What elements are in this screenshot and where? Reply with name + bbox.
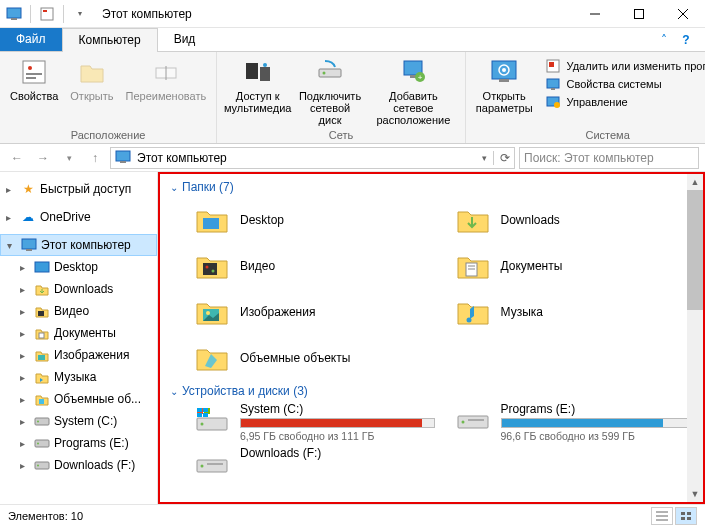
system-properties-button[interactable]: Свойства системы [545,76,705,92]
tree-item[interactable]: ▸Музыка [0,366,157,388]
map-drive-button[interactable]: Подключить сетевой диск [294,54,366,128]
media-access-button[interactable]: Доступ к мультимедиа [221,54,294,116]
maximize-button[interactable] [617,0,661,28]
tab-computer[interactable]: Компьютер [62,28,158,52]
manage-button[interactable]: Управление [545,94,705,110]
details-view-button[interactable] [651,507,673,525]
chevron-down-icon[interactable]: ▾ [7,240,17,251]
item-icon [34,391,50,407]
item-icon [34,369,50,385]
help-icon[interactable]: ? [675,33,697,47]
folder-name: Объемные объекты [240,351,350,365]
chevron-down-icon: ⌄ [170,182,178,193]
search-box[interactable]: Поиск: Этот компьютер [519,147,699,169]
svg-point-51 [212,270,215,273]
folder-item[interactable]: Desktop [194,198,435,242]
pc-icon [21,237,37,253]
address-bar-row: ← → ▾ ↑ Этот компьютер ▾ ⟳ Поиск: Этот к… [0,144,705,172]
chevron-right-icon[interactable]: ▸ [20,394,30,405]
drive-item[interactable]: System (C:)6,95 ГБ свободно из 111 ГБ [194,402,435,442]
tree-label: OneDrive [40,210,91,224]
address-bar[interactable]: Этот компьютер ▾ ⟳ [110,147,515,169]
chevron-right-icon[interactable]: ▸ [6,184,16,195]
chevron-right-icon[interactable]: ▸ [20,438,30,449]
svg-rect-17 [319,69,341,77]
drives-group-header[interactable]: ⌄ Устройства и диски (3) [164,382,695,402]
folder-item[interactable]: Объемные объекты [194,336,435,380]
address-path: Этот компьютер [137,151,227,165]
address-dropdown-icon[interactable]: ▾ [482,153,487,163]
navigation-pane: ▸ ★ Быстрый доступ ▸ ☁ OneDrive ▾ Этот к… [0,172,158,504]
folders-group-header[interactable]: ⌄ Папки (7) [164,178,695,198]
drive-item[interactable]: Downloads (F:) [194,446,435,482]
view-switcher [651,507,697,525]
svg-point-68 [461,421,464,424]
icons-view-button[interactable] [675,507,697,525]
tree-item[interactable]: ▸Downloads [0,278,157,300]
folder-item[interactable]: Downloads [455,198,696,242]
chevron-right-icon[interactable]: ▸ [20,262,30,273]
properties-button[interactable]: Свойства [4,54,64,104]
tree-item-label: Programs (E:) [54,436,129,450]
svg-point-45 [37,443,39,445]
uninstall-button[interactable]: Удалить или изменить программу [545,58,705,74]
folder-item[interactable]: Изображения [194,290,435,334]
close-button[interactable] [661,0,705,28]
tree-item[interactable]: ▸Programs (E:) [0,432,157,454]
minimize-button[interactable] [573,0,617,28]
tree-item[interactable]: ▸Downloads (F:) [0,454,157,476]
tree-item-label: Музыка [54,370,96,384]
scroll-thumb[interactable] [687,190,703,310]
tree-this-pc[interactable]: ▾ Этот компьютер [0,234,157,256]
scroll-down-icon[interactable]: ▼ [687,486,703,502]
nav-back-button[interactable]: ← [6,147,28,169]
tab-view[interactable]: Вид [158,28,212,51]
chevron-right-icon[interactable]: ▸ [20,460,30,471]
folder-item[interactable]: Видео [194,244,435,288]
folder-icon [194,340,230,376]
scroll-up-icon[interactable]: ▲ [687,174,703,190]
tab-file[interactable]: Файл [0,28,62,51]
chevron-right-icon[interactable]: ▸ [20,350,30,361]
svg-text:+: + [418,73,423,82]
chevron-right-icon[interactable]: ▸ [20,284,30,295]
nav-history-dropdown[interactable]: ▾ [58,147,80,169]
chevron-right-icon[interactable]: ▸ [20,416,30,427]
qat-properties-icon[interactable] [37,4,57,24]
add-network-location-button[interactable]: + Добавить сетевое расположение [366,54,461,128]
chevron-right-icon[interactable]: ▸ [20,306,30,317]
ribbon-collapse-icon[interactable]: ˄ [653,33,675,47]
tree-item[interactable]: ▸Документы [0,322,157,344]
tree-item[interactable]: ▸System (C:) [0,410,157,432]
nav-forward-button[interactable]: → [32,147,54,169]
vertical-scrollbar[interactable]: ▲ ▼ [687,174,703,502]
qat-dropdown-icon[interactable]: ▾ [70,4,90,24]
chevron-right-icon[interactable]: ▸ [20,372,30,383]
folder-item[interactable]: Документы [455,244,696,288]
tree-label: Этот компьютер [41,238,131,252]
folder-item[interactable]: Музыка [455,290,696,334]
refresh-icon[interactable]: ⟳ [493,151,510,165]
item-icon [34,347,50,363]
nav-up-button[interactable]: ↑ [84,147,106,169]
tree-item[interactable]: ▸Объемные об... [0,388,157,410]
tree-item[interactable]: ▸Desktop [0,256,157,278]
chevron-right-icon[interactable]: ▸ [20,328,30,339]
svg-rect-36 [26,249,32,251]
drive-name: Programs (E:) [501,402,696,416]
tree-onedrive[interactable]: ▸ ☁ OneDrive [0,206,157,228]
tree-item[interactable]: ▸Изображения [0,344,157,366]
search-placeholder: Поиск: Этот компьютер [524,151,654,165]
tree-quick-access[interactable]: ▸ ★ Быстрый доступ [0,178,157,200]
drive-item[interactable]: Programs (E:)96,6 ГБ свободно из 599 ГБ [455,402,696,442]
drive-name: System (C:) [240,402,435,416]
chevron-right-icon[interactable]: ▸ [6,212,16,223]
drives-grid: System (C:)6,95 ГБ свободно из 111 ГБPro… [164,402,695,482]
scroll-track[interactable] [687,190,703,486]
explorer-body: ▸ ★ Быстрый доступ ▸ ☁ OneDrive ▾ Этот к… [0,172,705,504]
svg-rect-37 [35,262,49,272]
tree-item[interactable]: ▸Видео [0,300,157,322]
ribbon: Свойства Открыть Переименовать Расположе… [0,52,705,144]
svg-rect-40 [38,355,45,360]
open-settings-button[interactable]: Открыть параметры [470,54,539,116]
